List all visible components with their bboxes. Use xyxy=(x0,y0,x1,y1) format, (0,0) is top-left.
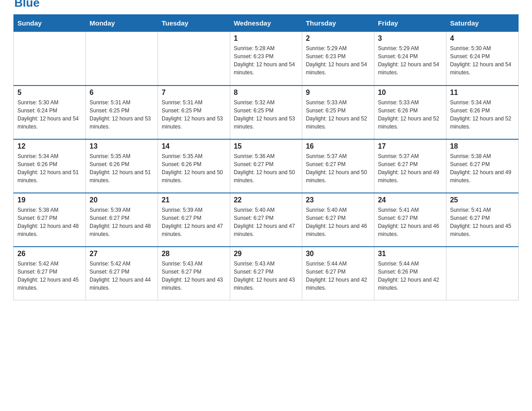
day-number: 1 xyxy=(234,34,298,43)
calendar-header-row: SundayMondayTuesdayWednesdayThursdayFrid… xyxy=(14,15,519,32)
day-number: 2 xyxy=(306,34,370,43)
calendar-cell: 2Sunrise: 5:29 AMSunset: 6:23 PMDaylight… xyxy=(302,32,374,86)
day-number: 29 xyxy=(234,250,298,258)
calendar-cell xyxy=(14,32,86,86)
day-info: Sunrise: 5:41 AMSunset: 6:27 PMDaylight:… xyxy=(450,206,515,238)
day-number: 13 xyxy=(90,142,154,150)
calendar-week-2: 5Sunrise: 5:30 AMSunset: 6:24 PMDaylight… xyxy=(14,86,519,139)
day-info: Sunrise: 5:34 AMSunset: 6:26 PMDaylight:… xyxy=(450,98,515,131)
day-info: Sunrise: 5:40 AMSunset: 6:27 PMDaylight:… xyxy=(306,206,370,238)
day-number: 10 xyxy=(378,89,442,97)
day-info: Sunrise: 5:41 AMSunset: 6:27 PMDaylight:… xyxy=(378,206,442,238)
calendar-week-4: 19Sunrise: 5:38 AMSunset: 6:27 PMDayligh… xyxy=(14,193,519,247)
calendar-week-1: 1Sunrise: 5:28 AMSunset: 6:23 PMDaylight… xyxy=(14,32,519,86)
day-info: Sunrise: 5:35 AMSunset: 6:26 PMDaylight:… xyxy=(90,152,154,184)
day-number: 28 xyxy=(162,250,226,258)
calendar-cell: 25Sunrise: 5:41 AMSunset: 6:27 PMDayligh… xyxy=(446,193,518,247)
day-number: 16 xyxy=(306,142,370,150)
calendar-cell xyxy=(86,32,158,86)
day-info: Sunrise: 5:39 AMSunset: 6:27 PMDaylight:… xyxy=(90,206,154,238)
day-info: Sunrise: 5:31 AMSunset: 6:25 PMDaylight:… xyxy=(90,98,154,131)
day-number: 3 xyxy=(378,34,442,43)
calendar-cell: 19Sunrise: 5:38 AMSunset: 6:27 PMDayligh… xyxy=(14,193,86,247)
calendar-cell: 8Sunrise: 5:32 AMSunset: 6:25 PMDaylight… xyxy=(230,86,302,139)
calendar-cell: 24Sunrise: 5:41 AMSunset: 6:27 PMDayligh… xyxy=(374,193,446,247)
day-number: 24 xyxy=(378,196,442,204)
day-info: Sunrise: 5:43 AMSunset: 6:27 PMDaylight:… xyxy=(162,260,226,292)
calendar-cell: 23Sunrise: 5:40 AMSunset: 6:27 PMDayligh… xyxy=(302,193,374,247)
calendar-cell: 29Sunrise: 5:43 AMSunset: 6:27 PMDayligh… xyxy=(230,247,302,300)
day-info: Sunrise: 5:34 AMSunset: 6:26 PMDaylight:… xyxy=(17,152,82,184)
day-number: 20 xyxy=(90,196,154,204)
calendar-cell: 7Sunrise: 5:31 AMSunset: 6:25 PMDaylight… xyxy=(158,86,230,139)
day-number: 5 xyxy=(17,89,82,97)
calendar-header-sunday: Sunday xyxy=(14,15,86,32)
calendar-cell: 21Sunrise: 5:39 AMSunset: 6:27 PMDayligh… xyxy=(158,193,230,247)
day-number: 12 xyxy=(17,142,82,150)
calendar-cell: 18Sunrise: 5:38 AMSunset: 6:27 PMDayligh… xyxy=(446,139,518,193)
calendar-body: 1Sunrise: 5:28 AMSunset: 6:23 PMDaylight… xyxy=(14,32,519,300)
day-number: 14 xyxy=(162,142,226,150)
calendar-header-friday: Friday xyxy=(374,15,446,32)
day-number: 7 xyxy=(162,89,226,97)
calendar-cell: 3Sunrise: 5:29 AMSunset: 6:24 PMDaylight… xyxy=(374,32,446,86)
day-info: Sunrise: 5:42 AMSunset: 6:27 PMDaylight:… xyxy=(17,260,82,292)
calendar-cell: 13Sunrise: 5:35 AMSunset: 6:26 PMDayligh… xyxy=(86,139,158,193)
day-number: 25 xyxy=(450,196,515,204)
day-number: 26 xyxy=(17,250,82,258)
calendar-cell: 26Sunrise: 5:42 AMSunset: 6:27 PMDayligh… xyxy=(14,247,86,300)
day-info: Sunrise: 5:44 AMSunset: 6:27 PMDaylight:… xyxy=(306,260,370,292)
day-info: Sunrise: 5:29 AMSunset: 6:24 PMDaylight:… xyxy=(378,44,442,77)
calendar-cell: 1Sunrise: 5:28 AMSunset: 6:23 PMDaylight… xyxy=(230,32,302,86)
day-number: 15 xyxy=(234,142,298,150)
day-info: Sunrise: 5:38 AMSunset: 6:27 PMDaylight:… xyxy=(17,206,82,238)
day-info: Sunrise: 5:30 AMSunset: 6:24 PMDaylight:… xyxy=(450,44,515,77)
day-number: 11 xyxy=(450,89,515,97)
day-info: Sunrise: 5:37 AMSunset: 6:27 PMDaylight:… xyxy=(306,152,370,184)
calendar-cell: 22Sunrise: 5:40 AMSunset: 6:27 PMDayligh… xyxy=(230,193,302,247)
day-number: 22 xyxy=(234,196,298,204)
calendar-cell xyxy=(158,32,230,86)
calendar-week-5: 26Sunrise: 5:42 AMSunset: 6:27 PMDayligh… xyxy=(14,247,519,300)
calendar-header-saturday: Saturday xyxy=(446,15,518,32)
day-info: Sunrise: 5:32 AMSunset: 6:25 PMDaylight:… xyxy=(234,98,298,131)
day-number: 8 xyxy=(234,89,298,97)
day-info: Sunrise: 5:30 AMSunset: 6:24 PMDaylight:… xyxy=(17,98,82,131)
calendar-cell: 11Sunrise: 5:34 AMSunset: 6:26 PMDayligh… xyxy=(446,86,518,139)
day-info: Sunrise: 5:42 AMSunset: 6:27 PMDaylight:… xyxy=(90,260,154,292)
calendar-header-tuesday: Tuesday xyxy=(158,15,230,32)
calendar-cell: 17Sunrise: 5:37 AMSunset: 6:27 PMDayligh… xyxy=(374,139,446,193)
day-info: Sunrise: 5:39 AMSunset: 6:27 PMDaylight:… xyxy=(162,206,226,238)
calendar-table: SundayMondayTuesdayWednesdayThursdayFrid… xyxy=(13,14,519,300)
day-info: Sunrise: 5:36 AMSunset: 6:27 PMDaylight:… xyxy=(234,152,298,184)
day-number: 18 xyxy=(450,142,515,150)
calendar-cell xyxy=(446,247,518,300)
day-number: 6 xyxy=(90,89,154,97)
calendar-cell: 14Sunrise: 5:35 AMSunset: 6:26 PMDayligh… xyxy=(158,139,230,193)
day-info: Sunrise: 5:35 AMSunset: 6:26 PMDaylight:… xyxy=(162,152,226,184)
day-number: 21 xyxy=(162,196,226,204)
calendar-cell: 4Sunrise: 5:30 AMSunset: 6:24 PMDaylight… xyxy=(446,32,518,86)
day-info: Sunrise: 5:40 AMSunset: 6:27 PMDaylight:… xyxy=(234,206,298,238)
calendar-cell: 30Sunrise: 5:44 AMSunset: 6:27 PMDayligh… xyxy=(302,247,374,300)
day-number: 17 xyxy=(378,142,442,150)
calendar-cell: 31Sunrise: 5:44 AMSunset: 6:26 PMDayligh… xyxy=(374,247,446,300)
day-number: 19 xyxy=(17,196,82,204)
calendar-header-monday: Monday xyxy=(86,15,158,32)
day-info: Sunrise: 5:38 AMSunset: 6:27 PMDaylight:… xyxy=(450,152,515,184)
calendar-cell: 5Sunrise: 5:30 AMSunset: 6:24 PMDaylight… xyxy=(14,86,86,139)
calendar-header-thursday: Thursday xyxy=(302,15,374,32)
day-info: Sunrise: 5:31 AMSunset: 6:25 PMDaylight:… xyxy=(162,98,226,131)
day-number: 9 xyxy=(306,89,370,97)
day-number: 30 xyxy=(306,250,370,258)
day-info: Sunrise: 5:29 AMSunset: 6:23 PMDaylight:… xyxy=(306,44,370,77)
calendar-week-3: 12Sunrise: 5:34 AMSunset: 6:26 PMDayligh… xyxy=(14,139,519,193)
calendar-cell: 6Sunrise: 5:31 AMSunset: 6:25 PMDaylight… xyxy=(86,86,158,139)
day-info: Sunrise: 5:43 AMSunset: 6:27 PMDaylight:… xyxy=(234,260,298,292)
calendar-cell: 10Sunrise: 5:33 AMSunset: 6:26 PMDayligh… xyxy=(374,86,446,139)
day-info: Sunrise: 5:37 AMSunset: 6:27 PMDaylight:… xyxy=(378,152,442,184)
calendar-cell: 12Sunrise: 5:34 AMSunset: 6:26 PMDayligh… xyxy=(14,139,86,193)
day-number: 4 xyxy=(450,34,515,43)
day-number: 23 xyxy=(306,196,370,204)
day-info: Sunrise: 5:44 AMSunset: 6:26 PMDaylight:… xyxy=(378,260,442,292)
